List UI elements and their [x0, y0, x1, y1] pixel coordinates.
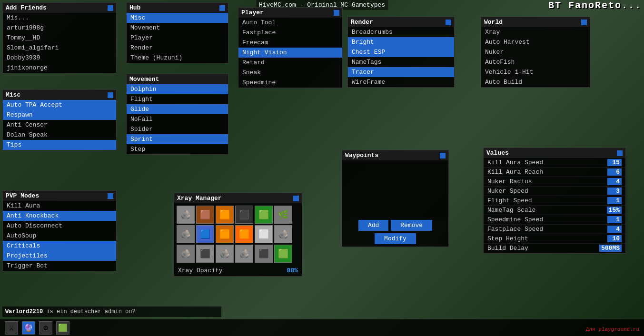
hub-movement[interactable]: Movement — [127, 23, 228, 33]
world-nuker[interactable]: Nuker — [481, 47, 590, 57]
movement-flight[interactable]: Flight — [127, 94, 228, 104]
render-breadcrumbs[interactable]: Breadcrumbs — [348, 27, 454, 37]
xray-block-0[interactable]: 🪨 — [177, 206, 195, 224]
xray-opacity-row: Xray Opacity 88% — [174, 265, 302, 276]
bottom-bar: ⚔️ 🔮 ⚙️ 🟩 Для playground.ru — [0, 319, 644, 336]
player-freecam[interactable]: Freecam — [238, 38, 342, 48]
movement-header: Movement — [127, 74, 228, 84]
xray-block-3[interactable]: ⬛ — [235, 206, 253, 224]
world-auto-build[interactable]: Auto Build — [481, 77, 590, 87]
values-row-6: Speedmine Speed 1 — [484, 215, 625, 225]
pvp-panel: PVP Modes Kill Aura Anti Knockback Auto … — [2, 190, 117, 271]
render-panel: Render Breadcrumbs Bright Chest ESP Name… — [347, 17, 455, 88]
waypoints-buttons: Add Remove — [342, 217, 448, 233]
pvp-criticals[interactable]: Criticals — [3, 241, 116, 251]
movement-glide[interactable]: Glide — [127, 104, 228, 114]
xray-block-4[interactable]: 🟩 — [255, 206, 273, 224]
pvp-anti-knockback[interactable]: Anti Knockback — [3, 211, 116, 221]
xray-block-9[interactable]: 🟧 — [235, 225, 253, 243]
bottom-icon-3[interactable]: 🟩 — [56, 321, 69, 335]
player-auto-tool[interactable]: Auto Tool — [238, 18, 342, 28]
waypoints-remove-button[interactable]: Remove — [391, 220, 432, 231]
misc-panel: Misc Auto TPA Accept Respawn Anti Censor… — [2, 89, 117, 150]
render-tracer[interactable]: Tracer — [348, 67, 454, 77]
af-item-0[interactable]: Mis... — [3, 13, 116, 23]
xray-block-10[interactable]: ⬜ — [255, 225, 273, 243]
pvp-kill-aura[interactable]: Kill Aura — [3, 201, 116, 211]
xray-block-5[interactable]: 🌿 — [274, 206, 292, 224]
values-row-4: Flight Speed 1 — [484, 196, 625, 206]
values-row-1: Kill Aura Reach 6 — [484, 168, 625, 177]
player-name: BT FanoReto... — [548, 0, 642, 11]
pvp-indicator — [108, 193, 113, 199]
world-vehicle-1-hit[interactable]: Vehicle 1-Hit — [481, 67, 590, 77]
player-fastplace[interactable]: Fastplace — [238, 28, 342, 38]
waypoints-modify-button[interactable]: Modify — [375, 233, 416, 244]
af-item-2[interactable]: Tommy__HD — [3, 33, 116, 43]
misc-auto-tpa[interactable]: Auto TPA Accept — [3, 100, 116, 110]
player-panel: Player Auto Tool Fastplace Freecam Night… — [238, 7, 343, 88]
add-friends-indicator — [108, 5, 113, 11]
movement-spider[interactable]: Spider — [127, 124, 228, 134]
misc-dolan-speak[interactable]: Dolan Speak — [3, 130, 116, 140]
af-item-3[interactable]: Slomi_algifari — [3, 43, 116, 53]
xray-opacity-value: 88% — [287, 267, 298, 274]
waypoints-panel: Waypoints Add Remove Modify — [342, 150, 449, 247]
xray-block-8[interactable]: 🟧 — [216, 225, 234, 243]
xray-block-2[interactable]: 🟧 — [216, 206, 234, 224]
render-bright[interactable]: Bright — [348, 37, 454, 47]
pvp-projectiles[interactable]: Projectiles — [3, 251, 116, 261]
pvp-autosoup[interactable]: AutoSoup — [3, 231, 116, 241]
xray-block-11[interactable]: 🪨 — [274, 225, 292, 243]
movement-panel: Movement Dolphin Flight Glide NoFall Spi… — [126, 74, 228, 155]
hub-indicator — [219, 5, 225, 11]
af-item-1[interactable]: artur1998g — [3, 23, 116, 33]
render-chest-esp[interactable]: Chest ESP — [348, 47, 454, 57]
world-xray[interactable]: Xray — [481, 27, 590, 37]
af-item-5[interactable]: jinixonorge — [3, 63, 116, 73]
chat-line-0: Warlord2210 is ein deutscher admin on? — [5, 308, 218, 316]
bottom-icon-0[interactable]: ⚔️ — [5, 321, 18, 335]
xray-block-12[interactable]: 🪨 — [177, 245, 195, 263]
player-retard[interactable]: Retard — [238, 58, 342, 68]
xray-block-13[interactable]: ⬛ — [196, 245, 214, 263]
render-nametags[interactable]: NameTags — [348, 57, 454, 67]
chat-msg-0: is ein deutscher admin on? — [46, 308, 135, 315]
waypoints-add-button[interactable]: Add — [358, 220, 388, 231]
player-sneak[interactable]: Sneak — [238, 68, 342, 78]
misc-anti-censor[interactable]: Anti Censor — [3, 120, 116, 130]
world-auto-harvest[interactable]: Auto Harvest — [481, 37, 590, 47]
pvp-auto-disconnect[interactable]: Auto Disconnect — [3, 221, 116, 231]
xray-block-1[interactable]: 🟫 — [196, 206, 214, 224]
xray-block-7[interactable]: 🟦 — [196, 225, 214, 243]
player-speedmine[interactable]: Speedmine — [238, 78, 342, 88]
af-item-4[interactable]: Dobby3939 — [3, 53, 116, 63]
bottom-icon-2[interactable]: ⚙️ — [39, 321, 52, 335]
xray-block-14[interactable]: 🪨 — [216, 245, 234, 263]
movement-dolphin[interactable]: Dolphin — [127, 84, 228, 94]
movement-step[interactable]: Step — [127, 144, 228, 154]
player-night-vision[interactable]: Night Vision — [238, 48, 342, 58]
bottom-icon-1[interactable]: 🔮 — [22, 321, 35, 335]
chat-user-0: Warlord2210 — [5, 308, 43, 315]
movement-nofall[interactable]: NoFall — [127, 114, 228, 124]
hub-player[interactable]: Player — [127, 33, 228, 43]
values-row-7: Fastplace Speed 4 — [484, 225, 625, 234]
xray-block-15[interactable]: 🪨 — [235, 245, 253, 263]
hub-misc[interactable]: Misc — [127, 13, 228, 23]
xray-block-6[interactable]: 🪨 — [177, 225, 195, 243]
player-indicator — [334, 10, 339, 16]
pvp-trigger-bot[interactable]: Trigger Bot — [3, 261, 116, 271]
waypoints-header: Waypoints — [342, 150, 448, 160]
misc-respawn[interactable]: Respawn — [3, 110, 116, 120]
xray-block-16[interactable]: ⬛ — [255, 245, 273, 263]
render-wireframe[interactable]: WireFrame — [348, 77, 454, 87]
hub-render[interactable]: Render — [127, 43, 228, 53]
hub-theme[interactable]: Theme (Huzuni) — [127, 53, 228, 63]
values-row-8: Step Height 10 — [484, 234, 625, 244]
world-autofish[interactable]: AutoFish — [481, 57, 590, 67]
xray-block-17[interactable]: 🟩 — [274, 245, 292, 263]
xray-indicator — [293, 196, 299, 201]
misc-tips[interactable]: Tips — [3, 140, 116, 150]
movement-sprint[interactable]: Sprint — [127, 134, 228, 144]
